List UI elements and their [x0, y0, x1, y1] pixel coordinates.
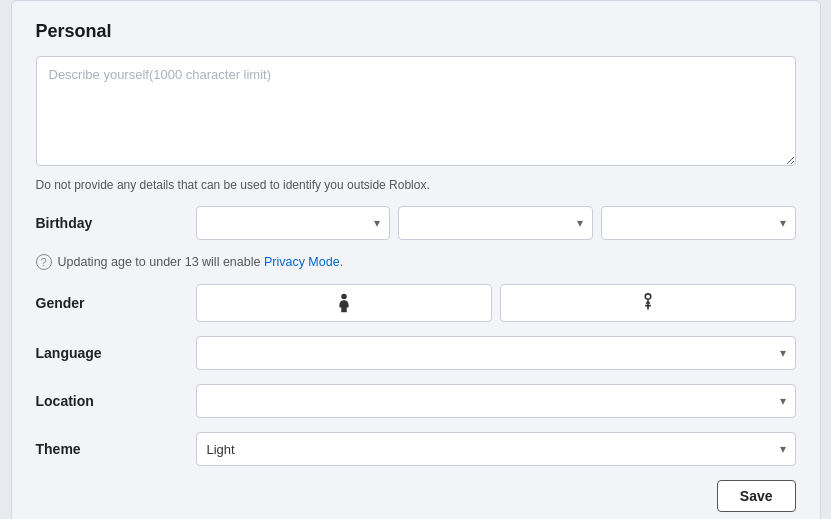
birthday-row: Birthday JanuaryFebruaryMarch AprilMayJu… [36, 206, 796, 240]
birthday-month-wrapper: JanuaryFebruaryMarch AprilMayJune JulyAu… [196, 206, 391, 240]
age-note-text: Updating age to under 13 will enable Pri… [58, 255, 344, 269]
svg-point-1 [645, 294, 651, 300]
location-select-wrapper: ▾ [196, 384, 796, 418]
gender-row: Gender [36, 284, 796, 322]
language-controls: ▾ [196, 336, 796, 370]
gender-female-button[interactable] [500, 284, 796, 322]
privacy-mode-link[interactable]: Privacy Mode [264, 255, 340, 269]
theme-label: Theme [36, 441, 196, 457]
birthday-controls: JanuaryFebruaryMarch AprilMayJune JulyAu… [196, 206, 796, 240]
privacy-note: Do not provide any details that can be u… [36, 178, 796, 192]
location-select[interactable] [196, 384, 796, 418]
language-select-wrapper: ▾ [196, 336, 796, 370]
language-row: Language ▾ [36, 336, 796, 370]
gender-label: Gender [36, 295, 196, 311]
save-row: Save [36, 480, 796, 512]
location-row: Location ▾ [36, 384, 796, 418]
birthday-year-select[interactable] [601, 206, 796, 240]
save-button[interactable]: Save [717, 480, 796, 512]
birthday-label: Birthday [36, 215, 196, 231]
language-select[interactable] [196, 336, 796, 370]
page-title: Personal [36, 21, 796, 42]
theme-controls: Light Dark ▾ [196, 432, 796, 466]
location-label: Location [36, 393, 196, 409]
svg-point-0 [341, 294, 347, 300]
theme-select[interactable]: Light Dark [196, 432, 796, 466]
age-note: ? Updating age to under 13 will enable P… [36, 254, 796, 270]
personal-panel: Personal Do not provide any details that… [11, 0, 821, 519]
birthday-year-wrapper: ▾ [601, 206, 796, 240]
location-controls: ▾ [196, 384, 796, 418]
theme-select-wrapper: Light Dark ▾ [196, 432, 796, 466]
gender-controls [196, 284, 796, 322]
language-label: Language [36, 345, 196, 361]
theme-row: Theme Light Dark ▾ [36, 432, 796, 466]
gender-male-button[interactable] [196, 284, 492, 322]
birthday-day-wrapper: ▾ [398, 206, 593, 240]
birthday-day-select[interactable] [398, 206, 593, 240]
male-figure-icon [333, 292, 355, 314]
birthday-month-select[interactable]: JanuaryFebruaryMarch AprilMayJune JulyAu… [196, 206, 391, 240]
female-figure-icon [637, 292, 659, 314]
bio-textarea[interactable] [36, 56, 796, 166]
question-icon: ? [36, 254, 52, 270]
